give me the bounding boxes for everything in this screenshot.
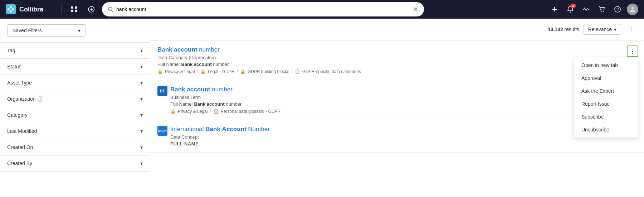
svg-line-13 [112,10,113,12]
result-2-type: Business Term [170,95,280,100]
filter-status-chevron-icon: ▾ [140,64,143,69]
collibra-logo-icon [6,4,16,14]
filter-item-created-on[interactable]: Created On ▾ [0,139,150,155]
context-menu-open-new-tab[interactable]: Open in new tab [574,59,638,72]
sort-dropdown[interactable]: Relevance ▾ [584,24,621,35]
shopping-cart-button[interactable] [595,3,608,16]
notifications-button[interactable]: 2 [564,3,577,16]
context-menu: Open in new tab Approval Ask the Expert … [574,57,638,138]
context-menu-unsubscribe[interactable]: Unsubscribe [574,123,638,136]
result-2-badge: BT [157,86,167,96]
filter-asset-type-chevron-icon: ▾ [140,80,143,86]
result-3-title-account: Account [222,126,247,133]
result-2-header: BT Bank account number Business Term Ful… [157,86,637,114]
context-menu-subscribe[interactable]: Subscribe [574,110,638,123]
result-1-title-suffix: number [197,46,219,53]
result-3-badge: DCON [157,126,167,136]
filter-created-on-chevron-icon: ▾ [140,144,143,150]
svg-point-1 [8,8,10,10]
sort-label: Relevance [588,27,612,32]
svg-point-18 [603,11,604,12]
svg-point-21 [631,7,634,10]
nav-divider [62,4,62,14]
legal-gdpr-icon: 🔒 [200,69,206,74]
context-menu-approval[interactable]: Approval [574,72,638,85]
filter-created-by-label: Created By [7,160,32,166]
result-1-fullname: Full Name: Bank account number [157,62,637,67]
notification-badge: 2 [570,4,576,8]
logo[interactable]: Collibra [6,4,56,14]
svg-point-12 [108,7,112,11]
filter-status-label: Status [7,64,21,69]
gdpr-categories-icon: 📋 [295,69,300,74]
result-1-path-4: GDPR-specific data categories [302,69,361,74]
filter-category-chevron-icon: ▾ [140,112,143,118]
svg-point-4 [10,10,12,13]
user-avatar[interactable] [627,4,638,15]
search-input[interactable] [116,6,410,12]
context-menu-ask-expert[interactable]: Ask the Expert [574,85,638,97]
svg-point-2 [10,6,12,8]
results-header: 13,102 results Relevance ▾ ⋮ [150,19,644,40]
svg-rect-6 [75,6,77,9]
result-item-1: Bank account number Data Category (Depre… [150,40,644,80]
filter-item-created-by[interactable]: Created By ▾ [0,155,150,172]
filter-category-label: Category [7,112,28,118]
result-1-path-3: GDPR building blocks [248,69,289,74]
result-2-title-suffix: number [210,86,232,93]
results-count-label: 13,102 results [548,27,579,32]
result-3-title[interactable]: International Bank Account Number [170,126,270,133]
result-1-path-1: Privacy & Legal [165,69,195,74]
filter-item-category[interactable]: Category ▾ [0,107,150,123]
apps-grid-button[interactable] [68,3,80,16]
filter-organization-label: Organization [7,96,35,102]
main-content: Saved Filters ▾ Tag ▾ Status ▾ Asset Typ… [0,19,644,197]
saved-filters-button[interactable]: Saved Filters ▾ [7,24,86,37]
result-item-3: DCON International Bank Account Number D… [150,120,644,153]
top-navigation: Collibra ✕ 2 ? [0,0,644,19]
filter-created-by-chevron-icon: ▾ [140,160,143,166]
result-1-type: Data Category (Deprecated) [157,55,637,60]
help-button[interactable]: ? [611,3,624,16]
filter-item-last-modified[interactable]: Last Modified ▾ [0,123,150,139]
filter-item-tag[interactable]: Tag ▾ [0,43,150,59]
activity-button[interactable] [580,3,592,16]
result-1-title[interactable]: Bank account number [157,46,637,53]
svg-text:?: ? [616,7,619,12]
filter-item-asset-type[interactable]: Asset Type ▾ [0,75,150,91]
result-3-fullname-label: FULL NAME [170,141,270,146]
filter-tag-chevron-icon: ▾ [140,48,143,53]
result-2-title[interactable]: Bank account number [170,86,280,93]
result-3-type: Data Concept [170,134,270,140]
result-1-title-bold: Bank account [157,46,197,53]
search-bar: ✕ [102,2,424,16]
result-1-context-menu-button[interactable]: ⋮ [627,45,638,57]
home-button[interactable] [85,3,98,16]
gdpr-blocks-icon: 🔒 [240,69,245,74]
svg-rect-8 [75,10,77,12]
result-1-path: 🔒 Privacy & Legal / 🔒 Legal - GDPR / 🔒 G… [157,69,637,74]
svg-point-3 [12,8,14,10]
result-2-title-bold: Bank account [170,86,210,93]
saved-filters-label: Saved Filters [13,28,42,33]
result-1-path-2: Legal - GDPR [208,69,235,74]
result-item-2: BT Bank account number Business Term Ful… [150,80,644,120]
filter-item-status[interactable]: Status ▾ [0,59,150,75]
add-button[interactable] [548,3,561,16]
results-more-options-button[interactable]: ⋮ [625,24,637,35]
svg-rect-0 [6,4,16,14]
filter-item-organization[interactable]: Organization i ▾ [0,91,150,107]
result-3-title-bank: Bank [205,126,220,133]
context-menu-report-issue[interactable]: Report Issue [574,97,638,110]
nav-right-actions: 2 ? [548,3,638,16]
filter-organization-chevron-icon: ▾ [140,96,143,102]
result-2-privacy-icon: 🔒 [170,109,176,114]
results-area: 13,102 results Relevance ▾ ⋮ Bank accoun… [150,19,644,197]
svg-rect-7 [71,10,73,12]
search-clear-button[interactable]: ✕ [413,6,418,13]
filter-last-modified-chevron-icon: ▾ [140,128,143,134]
result-2-fullname: Full Name: Bank account number [170,101,280,107]
search-icon [108,6,113,12]
result-2-glossary-icon: 📋 [213,109,219,114]
result-2-path-2: Personal data glossary - GDPR [221,109,280,114]
